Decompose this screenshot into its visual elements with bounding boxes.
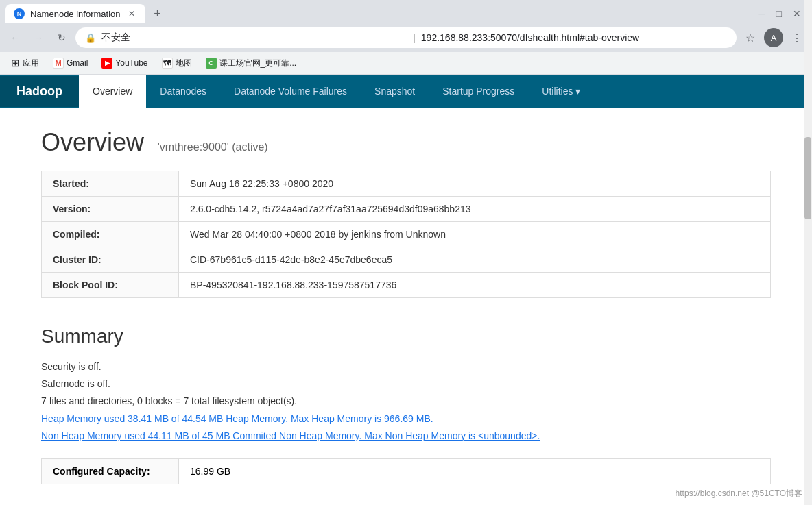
- table-row: Cluster ID:CID-67b961c5-d115-42de-b8e2-4…: [42, 247, 771, 273]
- row-label: Block Pool ID:: [42, 273, 179, 298]
- apps-grid-icon: ⊞: [11, 57, 20, 69]
- overview-section: Overview 'vmthree:9000' (active) Started…: [41, 128, 771, 298]
- row-label: Version:: [42, 197, 179, 222]
- hadoop-nav-items: Overview Datanodes Datanode Volume Failu…: [79, 75, 594, 108]
- address-url: 192.168.88.233:50070/dfshealth.html#tab-…: [421, 32, 727, 43]
- address-bar[interactable]: 🔒 不安全 | 192.168.88.233:50070/dfshealth.h…: [75, 27, 737, 48]
- overview-subtitle: 'vmthree:9000' (active): [158, 141, 268, 153]
- watermark: https://blog.csdn.net @51CTO博客: [676, 488, 802, 500]
- capacity-value: 16.99 GB: [179, 458, 771, 484]
- non-heap-memory-link[interactable]: Non Heap Memory used 44.11 MB of 45 MB C…: [41, 430, 540, 441]
- nav-startup-progress[interactable]: Startup Progress: [429, 75, 528, 108]
- youtube-label: YouTube: [115, 58, 147, 68]
- bookmark-apps[interactable]: ⊞ 应用: [5, 55, 45, 71]
- address-separator: |: [413, 32, 416, 43]
- row-value: Wed Mar 28 04:40:00 +0800 2018 by jenkin…: [179, 222, 771, 247]
- nav-utilities-dropdown: Utilities ▾: [542, 86, 580, 97]
- maps-label: 地图: [176, 58, 192, 69]
- nav-snapshot[interactable]: Snapshot: [361, 75, 429, 108]
- overview-heading: Overview: [41, 128, 144, 156]
- workaholic-favicon: C: [206, 58, 217, 69]
- profile-button[interactable]: A: [764, 28, 783, 47]
- tab-close-button[interactable]: ✕: [126, 8, 137, 19]
- summary-security: Security is off.: [41, 358, 771, 375]
- hadoop-logo: Hadoop: [0, 76, 79, 107]
- summary-nonheap: Non Heap Memory used 44.11 MB of 45 MB C…: [41, 428, 771, 445]
- row-value: BP-495320841-192.168.88.233-159758751773…: [179, 273, 771, 298]
- scrollbar-thumb[interactable]: [804, 137, 811, 219]
- nav-datanode-volume-failures[interactable]: Datanode Volume Failures: [220, 75, 361, 108]
- overview-table: Started:Sun Aug 16 22:25:33 +0800 2020Ve…: [41, 171, 771, 298]
- capacity-table: Configured Capacity: 16.99 GB: [41, 458, 771, 484]
- bookmark-gmail[interactable]: M Gmail: [47, 56, 93, 71]
- nav-datanodes[interactable]: Datanodes: [146, 75, 220, 108]
- window-controls: ─ □ ✕: [759, 8, 807, 19]
- browser-chrome: N Namenode information ✕ + ─ □ ✕ ← → ↻ 🔒…: [0, 0, 812, 75]
- tab-favicon: N: [14, 8, 25, 19]
- forward-button[interactable]: →: [29, 28, 48, 47]
- summary-heap: Heap Memory used 38.41 MB of 44.54 MB He…: [41, 410, 771, 428]
- address-bar-row: ← → ↻ 🔒 不安全 | 192.168.88.233:50070/dfshe…: [0, 23, 812, 52]
- row-label: Cluster ID:: [42, 247, 179, 273]
- new-tab-button[interactable]: +: [148, 4, 167, 23]
- back-button[interactable]: ←: [5, 28, 25, 47]
- capacity-row: Configured Capacity: 16.99 GB: [42, 458, 771, 484]
- refresh-button[interactable]: ↻: [52, 28, 71, 47]
- row-label: Started:: [42, 171, 179, 197]
- row-value: Sun Aug 16 22:25:33 +0800 2020: [179, 171, 771, 197]
- row-label: Compiled:: [42, 222, 179, 247]
- heap-memory-link[interactable]: Heap Memory used 38.41 MB of 44.54 MB He…: [41, 413, 433, 424]
- summary-safemode: Safemode is off.: [41, 375, 771, 393]
- scrollbar[interactable]: [804, 0, 812, 505]
- nav-utilities[interactable]: Utilities ▾: [528, 75, 594, 108]
- bookmark-youtube[interactable]: ▶ YouTube: [96, 56, 153, 71]
- summary-text: Security is off. Safemode is off. 7 file…: [41, 358, 771, 445]
- hadoop-navbar: Hadoop Overview Datanodes Datanode Volum…: [0, 75, 812, 108]
- gmail-label: Gmail: [67, 58, 88, 68]
- table-row: Block Pool ID:BP-495320841-192.168.88.23…: [42, 273, 771, 298]
- security-icon: 🔒: [85, 33, 96, 43]
- active-tab[interactable]: N Namenode information ✕: [5, 4, 145, 23]
- tab-title: Namenode information: [30, 9, 121, 19]
- main-content: Overview 'vmthree:9000' (active) Started…: [0, 108, 812, 505]
- table-row: Started:Sun Aug 16 22:25:33 +0800 2020: [42, 171, 771, 197]
- page-title: Overview 'vmthree:9000' (active): [41, 128, 771, 157]
- maps-favicon: 🗺: [162, 58, 173, 69]
- table-row: Version:2.6.0-cdh5.14.2, r5724a4ad7a27f7…: [42, 197, 771, 222]
- bookmarks-bar: ⊞ 应用 M Gmail ▶ YouTube 🗺 地图 C 课工场官网_更可靠.…: [0, 52, 812, 75]
- tab-bar: N Namenode information ✕ + ─ □ ✕: [0, 0, 812, 23]
- nav-overview[interactable]: Overview: [79, 75, 146, 108]
- maximize-button[interactable]: □: [776, 8, 782, 19]
- workaholic-label: 课工场官网_更可靠...: [219, 58, 297, 69]
- summary-filesystem: 7 files and directories, 0 blocks = 7 to…: [41, 393, 771, 410]
- chevron-down-icon: ▾: [575, 86, 580, 97]
- table-row: Compiled:Wed Mar 28 04:40:00 +0800 2018 …: [42, 222, 771, 247]
- apps-label: 应用: [23, 58, 39, 69]
- row-value: CID-67b961c5-d115-42de-b8e2-45e7dbe6eca5: [179, 247, 771, 273]
- capacity-label: Configured Capacity:: [42, 458, 179, 484]
- bookmark-workaholic[interactable]: C 课工场官网_更可靠...: [200, 56, 302, 71]
- youtube-favicon: ▶: [102, 58, 112, 69]
- bookmark-maps[interactable]: 🗺 地图: [156, 56, 198, 71]
- close-button[interactable]: ✕: [793, 8, 801, 19]
- summary-section: Summary Security is off. Safemode is off…: [41, 325, 771, 484]
- summary-heading: Summary: [41, 325, 771, 347]
- row-value: 2.6.0-cdh5.14.2, r5724a4ad7a27f7af31aa72…: [179, 197, 771, 222]
- address-prefix: 不安全: [102, 32, 407, 44]
- minimize-button[interactable]: ─: [759, 8, 765, 19]
- gmail-favicon: M: [53, 58, 64, 69]
- bookmark-button[interactable]: ☆: [741, 28, 760, 47]
